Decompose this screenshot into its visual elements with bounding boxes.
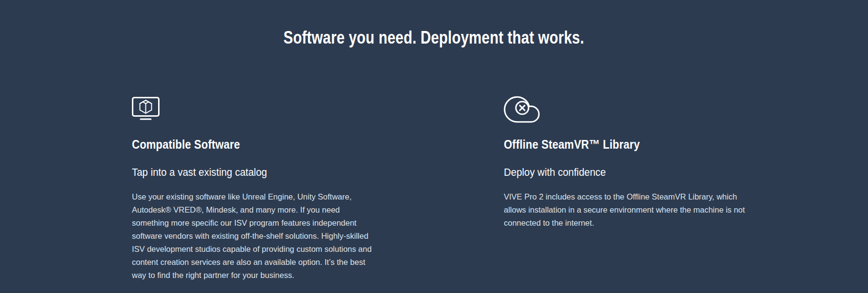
section-title: Software you need. Deployment that works… bbox=[0, 27, 868, 48]
monitor-software-icon bbox=[132, 97, 160, 120]
feature-compatible-software: Compatible Software Tap into a vast exis… bbox=[132, 95, 377, 282]
software-deployment-section: Software you need. Deployment that works… bbox=[0, 0, 868, 293]
offline-cloud-icon bbox=[504, 95, 540, 123]
section-title-text: Software you need. Deployment that works… bbox=[284, 27, 584, 48]
feature-description: Use your existing software like Unreal E… bbox=[132, 190, 377, 282]
feature-offline-steamvr-library: Offline SteamVR™ Library Deploy with con… bbox=[504, 95, 756, 282]
feature-title: Compatible Software bbox=[132, 137, 377, 152]
feature-subtitle-text: Deploy with confidence bbox=[504, 166, 606, 180]
feature-title: Offline SteamVR™ Library bbox=[504, 137, 756, 152]
feature-title-text: Offline SteamVR™ Library bbox=[504, 137, 640, 152]
feature-icon-box bbox=[132, 95, 377, 123]
feature-subtitle-text: Tap into a vast existing catalog bbox=[132, 166, 267, 180]
feature-description: VIVE Pro 2 includes access to the Offlin… bbox=[504, 190, 756, 230]
features-grid: Compatible Software Tap into a vast exis… bbox=[132, 95, 868, 282]
feature-icon-box bbox=[504, 95, 756, 123]
feature-title-text: Compatible Software bbox=[132, 137, 240, 152]
feature-subtitle: Deploy with confidence bbox=[504, 166, 756, 180]
feature-subtitle: Tap into a vast existing catalog bbox=[132, 166, 377, 180]
